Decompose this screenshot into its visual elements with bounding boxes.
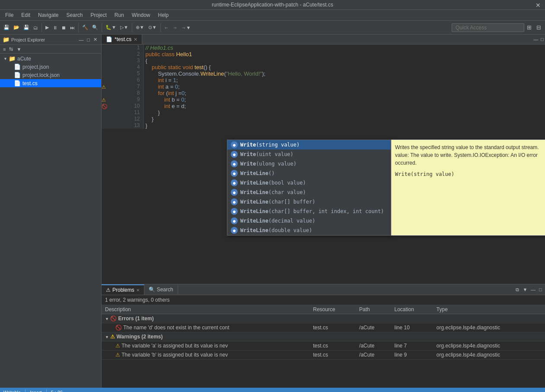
ac-item-7[interactable]: ● WriteLine(char[] buffer, int index, in… <box>227 207 391 216</box>
ac-item-1[interactable]: ● Write(uint value) <box>227 150 391 159</box>
problems-tab-label: Problems <box>112 287 134 293</box>
stop-button[interactable]: ⏹ <box>60 24 68 31</box>
tree-item-project-json[interactable]: 📄 project.json <box>0 63 101 71</box>
warnings-group-row[interactable]: ⚠ Warnings (2 items) <box>102 332 545 341</box>
menu-run[interactable]: Run <box>111 11 127 19</box>
save-button[interactable]: 💾 <box>22 24 31 31</box>
ac-item-9[interactable]: ● WriteLine(double value) <box>227 226 391 235</box>
num-0-9: 0 <box>181 96 184 103</box>
menu-project[interactable]: Project <box>87 11 110 19</box>
line-content-4[interactable]: public static void test() { <box>144 64 545 70</box>
warnings-chevron[interactable] <box>105 334 109 340</box>
run-button[interactable]: ▶ <box>44 24 51 31</box>
ac-item-0[interactable]: ● Write(string value) <box>227 140 391 150</box>
problems-filter-button[interactable]: ⧉ <box>514 287 520 293</box>
menu-help[interactable]: Help <box>155 11 172 19</box>
quick-access-input[interactable] <box>452 23 524 32</box>
explorer-menu-button[interactable]: ▼ <box>15 46 22 52</box>
menu-window[interactable]: Window <box>128 11 154 19</box>
editor-tabs: 📄 *test.cs ✕ — □ <box>102 35 545 45</box>
line-content-12[interactable]: } <box>144 116 545 122</box>
editor-maximize-button[interactable]: □ <box>539 36 545 42</box>
line-content-3[interactable]: { <box>144 57 545 64</box>
close-panel-button[interactable]: ✕ <box>92 36 99 43</box>
autocomplete-list: ● Write(string value) ● Write(uint value… <box>227 140 391 236</box>
num-0-8: 0 <box>182 90 185 96</box>
search-files-button[interactable]: 🔍 <box>90 24 100 31</box>
problems-dropdown-button[interactable]: ▼ <box>521 287 529 293</box>
view-button[interactable]: ⊟ <box>534 23 543 32</box>
tooltip-method: Write(string value) <box>395 170 545 178</box>
toolbar-btn-b[interactable]: ⊙▼ <box>147 24 159 31</box>
perspective-button[interactable]: ⊞ <box>525 23 534 32</box>
line-content-10[interactable]: int e = d; <box>144 103 545 109</box>
tab-test-cs[interactable]: 📄 *test.cs ✕ <box>102 35 142 44</box>
acute-arrow[interactable] <box>3 56 9 61</box>
code-line-6: 6 int i = 1; <box>102 77 545 83</box>
menu-edit[interactable]: Edit <box>18 11 34 19</box>
line-content-13[interactable]: } <box>144 122 545 129</box>
run2-button[interactable]: ▷▼ <box>118 24 130 31</box>
new-button[interactable]: 💾 <box>2 24 11 31</box>
line-content-9[interactable]: int b = 0; <box>144 96 545 103</box>
bottom-maximize-button[interactable]: □ <box>538 287 543 293</box>
close-button[interactable]: ✕ <box>535 2 541 9</box>
line-number-13: 13 <box>102 122 144 129</box>
tree-item-project-lock-json[interactable]: 📄 project.lock.json <box>0 71 101 79</box>
toolbar-btn-a[interactable]: ⊕▼ <box>134 24 146 31</box>
save-all-button[interactable]: 🗂 <box>32 24 40 31</box>
tab-close-button[interactable]: ✕ <box>134 37 137 42</box>
back-button[interactable]: ← <box>163 24 171 31</box>
forward-button[interactable]: → <box>171 24 179 31</box>
menu-file[interactable]: File <box>2 11 17 19</box>
tab-problems[interactable]: ⚠ Problems ✕ <box>102 284 144 295</box>
errors-group-label: 🚫 Errors (1 item) <box>102 314 545 323</box>
line-content-1[interactable]: // Hello1.cs <box>144 45 545 51</box>
line-content-7[interactable]: int a = 0; <box>144 83 545 90</box>
pause-button[interactable]: ⏸ <box>51 24 59 31</box>
build-button[interactable]: 🔨 <box>80 24 90 31</box>
maximize-panel-button[interactable]: □ <box>86 36 91 43</box>
errors-group-row[interactable]: 🚫 Errors (1 item) <box>102 314 545 323</box>
kw-int-9: int <box>164 96 170 103</box>
error-item-0[interactable]: 🚫 The name 'd' does not exist in the cur… <box>102 323 545 332</box>
panel-header-actions: — □ ✕ <box>77 36 99 43</box>
warnings-group-label: ⚠ Warnings (2 items) <box>102 332 545 341</box>
ac-item-4[interactable]: ● WriteLine(bool value) <box>227 178 391 188</box>
line-content-5[interactable]: System.Console.WriteLine("Hello, World!"… <box>144 70 545 77</box>
ac-item-2[interactable]: ● Write(ulong value) <box>227 159 391 169</box>
menu-navigate[interactable]: Navigate <box>35 11 62 19</box>
collapse-all-button[interactable]: ≡ <box>2 46 7 52</box>
panel-title-group: 📁 Project Explorer <box>3 36 45 43</box>
next-button[interactable]: →▼ <box>180 24 193 31</box>
kw-public-4: public <box>152 64 166 70</box>
ac-item-6[interactable]: ● WriteLine(char[] buffer) <box>227 197 391 207</box>
ac-item-3[interactable]: ● WriteLine() <box>227 169 391 178</box>
open-button[interactable]: 📂 <box>12 24 21 31</box>
link-editor-button[interactable]: ⇆ <box>8 46 14 52</box>
str-hello-5: "Hello, World!" <box>226 70 262 77</box>
debug-button[interactable]: 🐛▼ <box>104 24 118 31</box>
step-button[interactable]: ⏭ <box>68 24 76 31</box>
toolbar-sep-3 <box>102 23 102 32</box>
code-scroll[interactable]: 1 // Hello1.cs 2 public class Hello1 3 { <box>102 45 545 284</box>
errors-chevron[interactable] <box>105 316 109 322</box>
line-content-6[interactable]: int i = 1; <box>144 77 545 83</box>
bottom-minimize-button[interactable]: — <box>529 287 537 293</box>
ac-item-5[interactable]: ● WriteLine(char value) <box>227 188 391 197</box>
toolbar-sep-1 <box>41 23 42 32</box>
tree-item-test-cs[interactable]: 📄 test.cs <box>0 79 101 87</box>
line-content-8[interactable]: for (int j =0; <box>144 90 545 96</box>
warning-item-0[interactable]: ⚠ The variable 'a' is assigned but its v… <box>102 341 545 351</box>
minimize-panel-button[interactable]: — <box>77 36 85 43</box>
editor-minimize-button[interactable]: — <box>532 36 539 42</box>
warning-item-1[interactable]: ⚠ The variable 'b' is assigned but its v… <box>102 351 545 360</box>
tree-item-acute[interactable]: 📁 aCute <box>0 54 101 63</box>
status-sep-1 <box>25 389 25 392</box>
ac-item-8[interactable]: ● WriteLine(decimal value) <box>227 216 391 226</box>
line-content-2[interactable]: public class Hello1 <box>144 51 545 57</box>
problems-tab-close[interactable]: ✕ <box>136 288 140 293</box>
tab-search[interactable]: 🔍 Search <box>144 285 178 294</box>
menu-search[interactable]: Search <box>63 11 86 19</box>
line-content-11[interactable]: } <box>144 109 545 116</box>
